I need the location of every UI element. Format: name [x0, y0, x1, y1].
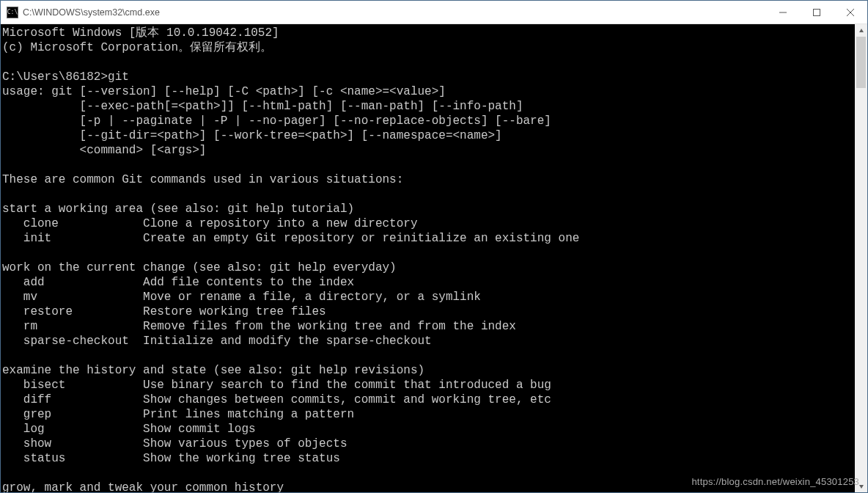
- titlebar[interactable]: C:\ C:\WINDOWS\system32\cmd.exe: [1, 1, 867, 24]
- maximize-button[interactable]: [800, 1, 834, 24]
- scroll-track[interactable]: [855, 37, 867, 480]
- cmd-icon: C:\: [7, 7, 18, 18]
- client-area: Microsoft Windows [版本 10.0.19042.1052] (…: [1, 24, 867, 492]
- close-button[interactable]: [834, 1, 867, 24]
- svg-marker-5: [859, 485, 864, 489]
- minimize-button[interactable]: [766, 1, 800, 24]
- scroll-thumb[interactable]: [856, 37, 866, 88]
- svg-marker-4: [859, 29, 864, 32]
- cmd-window: C:\ C:\WINDOWS\system32\cmd.exe Microsof…: [0, 0, 868, 493]
- vertical-scrollbar[interactable]: [855, 24, 867, 492]
- svg-rect-1: [814, 9, 820, 15]
- scroll-up-button[interactable]: [855, 24, 867, 37]
- watermark-text: https://blog.csdn.net/weixin_45301253: [691, 476, 859, 487]
- window-title: C:\WINDOWS\system32\cmd.exe: [23, 7, 160, 18]
- terminal-output[interactable]: Microsoft Windows [版本 10.0.19042.1052] (…: [1, 24, 855, 492]
